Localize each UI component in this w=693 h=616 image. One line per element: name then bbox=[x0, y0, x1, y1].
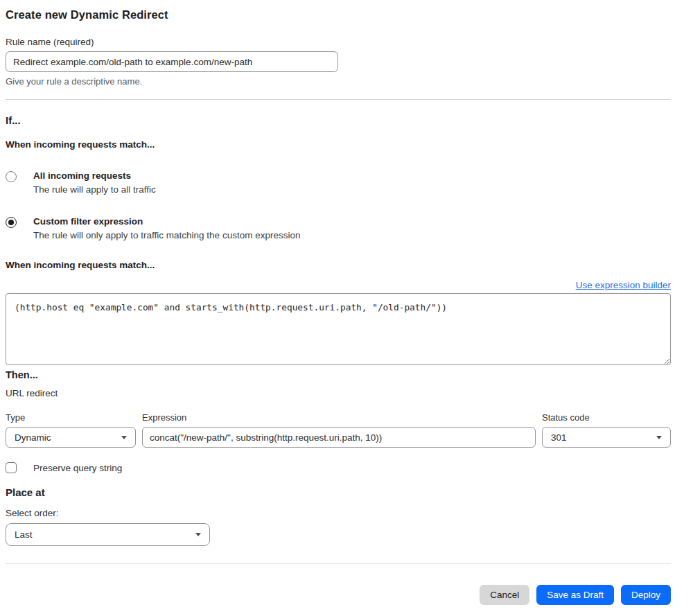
use-expression-builder-link[interactable]: Use expression builder bbox=[576, 280, 671, 290]
rule-name-input[interactable] bbox=[6, 51, 338, 72]
radio-option-custom-filter[interactable]: Custom filter expression The rule will o… bbox=[6, 216, 671, 240]
order-select[interactable]: Last bbox=[6, 523, 210, 546]
match-heading: When incoming requests match... bbox=[6, 139, 671, 150]
radio-label[interactable]: Custom filter expression bbox=[33, 216, 300, 227]
chevron-down-icon bbox=[195, 533, 201, 536]
type-select-value: Dynamic bbox=[15, 432, 51, 443]
order-select-value: Last bbox=[15, 529, 33, 540]
expression-label: Expression bbox=[142, 412, 536, 423]
save-as-draft-button[interactable]: Save as Draft bbox=[536, 585, 614, 605]
chevron-down-icon bbox=[656, 436, 662, 439]
if-heading: If... bbox=[6, 114, 671, 126]
radio-label[interactable]: All incoming requests bbox=[33, 170, 156, 181]
url-redirect-label: URL redirect bbox=[6, 388, 671, 398]
chevron-down-icon bbox=[121, 436, 127, 439]
radio-description: The rule will only apply to traffic matc… bbox=[33, 230, 300, 240]
preserve-query-string-row[interactable]: Preserve query string bbox=[6, 462, 671, 473]
redirect-expression-input[interactable] bbox=[142, 427, 536, 448]
status-code-select-value: 301 bbox=[551, 432, 567, 443]
type-label: Type bbox=[6, 412, 136, 423]
status-code-label: Status code bbox=[542, 412, 671, 423]
radio-button-icon[interactable] bbox=[6, 217, 17, 228]
status-code-select[interactable]: 301 bbox=[542, 427, 671, 448]
then-heading: Then... bbox=[6, 369, 671, 380]
place-at-heading: Place at bbox=[6, 486, 671, 498]
page-title: Create new Dynamic Redirect bbox=[6, 8, 671, 21]
footer-divider bbox=[6, 563, 671, 564]
filter-expression-textarea[interactable]: (http.host eq "example.com" and starts_w… bbox=[6, 293, 671, 365]
radio-button-icon[interactable] bbox=[6, 171, 17, 182]
section-divider bbox=[6, 99, 671, 100]
select-order-label: Select order: bbox=[6, 508, 671, 518]
checkbox-icon[interactable] bbox=[6, 462, 17, 473]
create-redirect-form: Create new Dynamic Redirect Rule name (r… bbox=[0, 0, 693, 605]
rule-name-help: Give your rule a descriptive name. bbox=[6, 76, 671, 87]
type-select[interactable]: Dynamic bbox=[6, 427, 136, 448]
radio-option-all-requests[interactable]: All incoming requests The rule will appl… bbox=[6, 170, 671, 195]
cancel-button[interactable]: Cancel bbox=[480, 585, 529, 605]
radio-description: The rule will apply to all traffic bbox=[33, 184, 156, 195]
preserve-query-string-label[interactable]: Preserve query string bbox=[33, 463, 122, 473]
expression-heading: When incoming requests match... bbox=[6, 260, 671, 270]
rule-name-label: Rule name (required) bbox=[6, 37, 671, 47]
deploy-button[interactable]: Deploy bbox=[621, 585, 671, 605]
